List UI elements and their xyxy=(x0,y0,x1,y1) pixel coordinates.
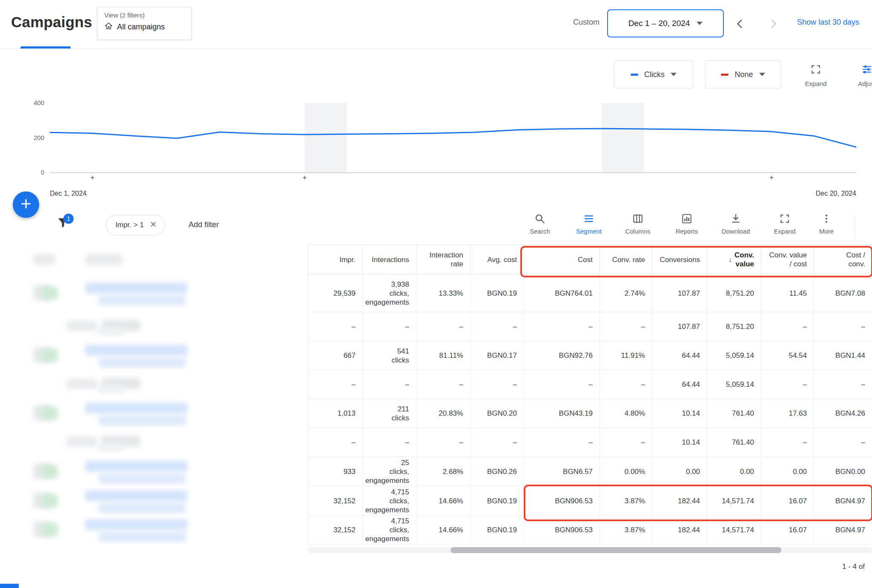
add-filter-button[interactable]: Add filter xyxy=(189,220,219,229)
show-last-30-days-link[interactable]: Show last 30 days xyxy=(797,18,859,27)
table-cell: 4,715 clicks, engagements xyxy=(362,516,416,545)
row-redacted-area xyxy=(0,370,308,399)
close-icon[interactable] xyxy=(150,221,157,229)
table-cell: BGN1.44 xyxy=(814,341,872,370)
table-cell: 107.87 xyxy=(652,312,707,341)
table-toolbar: Search Segment Columns Reports Download … xyxy=(516,212,843,235)
redacted-content xyxy=(66,379,97,389)
table-cell: – xyxy=(761,428,814,457)
horizontal-scrollbar-thumb[interactable] xyxy=(450,547,781,553)
table-cell: – xyxy=(362,312,416,341)
segment-button[interactable]: Segment xyxy=(565,212,612,235)
table-cell: 211 clicks xyxy=(362,399,416,428)
table-cell: 0.00% xyxy=(600,457,652,486)
table-cell: – xyxy=(416,428,470,457)
chart-annotation-icon[interactable] xyxy=(769,175,774,180)
previous-date-range-button[interactable] xyxy=(731,15,749,32)
column-header-label: Conv. value / cost xyxy=(769,251,807,268)
table-row[interactable]: 32,1524,715 clicks, engagements14.66%BGN… xyxy=(0,516,872,545)
column-header-conv-value[interactable]: ↓Conv. value xyxy=(707,245,761,274)
table-cell: 16.07 xyxy=(761,486,814,516)
chevron-down-icon xyxy=(671,73,677,76)
next-date-range-button[interactable] xyxy=(765,15,782,32)
column-header-label: Avg. cost xyxy=(487,255,517,264)
chart-adjust-button[interactable]: Adjust xyxy=(848,64,872,87)
more-vertical-icon xyxy=(810,212,843,225)
table-cell: 14.66% xyxy=(416,516,470,545)
download-icon xyxy=(712,212,759,225)
column-header-impr[interactable]: Impr. xyxy=(308,245,362,274)
columns-icon xyxy=(614,212,661,225)
table-cell: 2.68% xyxy=(416,457,470,486)
date-range-picker[interactable]: Dec 1 – 20, 2024 xyxy=(607,9,724,37)
column-header-cost[interactable]: Cost xyxy=(524,245,600,274)
table-cell: – xyxy=(600,312,652,341)
timeseries-chart[interactable] xyxy=(50,103,856,173)
chart-expand-label: Expand xyxy=(797,80,835,87)
redacted-content xyxy=(97,328,124,335)
table-cell: 1,013 xyxy=(308,399,362,428)
table-row[interactable]: 93325 clicks, engagements2.68%BGN0.26BGN… xyxy=(0,457,872,486)
redacted-content xyxy=(42,523,58,536)
table-row[interactable]: 667541 clicks81.11%BGN0.17BGN92.7611.91%… xyxy=(0,341,872,370)
redacted-content xyxy=(42,287,58,300)
table-cell: BGN906.53 xyxy=(524,486,600,516)
table-cell: – xyxy=(761,370,814,399)
filter-chip[interactable]: Impr. > 1 xyxy=(106,215,165,235)
column-header-conversions[interactable]: Conversions xyxy=(652,245,707,274)
table-row[interactable]: ––––––64.445,059.14–– xyxy=(0,370,872,399)
table-cell: 182.44 xyxy=(652,486,707,516)
column-header-interactions[interactable]: Interactions xyxy=(362,245,416,274)
column-header-interaction-rate[interactable]: Interaction rate xyxy=(416,245,470,274)
table-cell: 64.44 xyxy=(652,341,707,370)
download-button[interactable]: Download xyxy=(712,212,759,235)
table-cell: – xyxy=(814,428,872,457)
chart-expand-button[interactable]: Expand xyxy=(797,64,835,87)
reports-button[interactable]: Reports xyxy=(663,212,710,235)
row-redacted-area xyxy=(0,399,308,428)
table-row[interactable]: 1,013211 clicks20.83%BGN0.20BGN43.194.80… xyxy=(0,399,872,428)
table-cell: 667 xyxy=(308,341,362,370)
secondary-metric-dropdown[interactable]: None xyxy=(705,60,781,88)
view-filters-label: View (2 filters) xyxy=(104,11,184,19)
secondary-metric-label: None xyxy=(734,70,753,79)
table-row[interactable]: 29,5393,938 clicks, engagements13.33%BGN… xyxy=(0,274,872,312)
table-cell: – xyxy=(470,312,524,341)
table-row[interactable]: ––––––107.878,751.20–– xyxy=(0,312,872,341)
primary-metric-dropdown[interactable]: Clicks xyxy=(614,60,693,88)
column-header-label: Conv. rate xyxy=(612,255,645,264)
table-cell: – xyxy=(814,370,872,399)
expand-table-button[interactable]: Expand xyxy=(761,212,808,235)
table-cell: 0.00 xyxy=(652,457,707,486)
chart-annotation-icon[interactable] xyxy=(90,175,95,180)
column-header-avg-cost[interactable]: Avg. cost xyxy=(470,245,524,274)
y-axis-tick-label: 0 xyxy=(26,168,44,176)
column-header-cost-conv[interactable]: Cost / conv. xyxy=(814,245,872,274)
sort-descending-icon: ↓ xyxy=(729,255,732,264)
table-cell: BGN764.01 xyxy=(524,274,600,312)
column-header-conv-value-cost[interactable]: Conv. value / cost xyxy=(761,245,814,274)
table-cell: 54.54 xyxy=(761,341,814,370)
filter-button[interactable]: 1 xyxy=(57,216,75,237)
table-cell: 5,059.14 xyxy=(707,341,761,370)
table-cell: 81.11% xyxy=(416,341,470,370)
table-cell: 13.33% xyxy=(416,274,470,312)
table-cell: 107.87 xyxy=(652,274,707,312)
columns-button[interactable]: Columns xyxy=(614,212,661,235)
view-selector[interactable]: View (2 filters) All campaigns xyxy=(97,7,192,40)
table-cell: BGN906.53 xyxy=(524,516,600,545)
segment-icon xyxy=(565,212,612,225)
new-campaign-button[interactable] xyxy=(13,191,39,218)
more-button[interactable]: More xyxy=(810,212,843,235)
redacted-content xyxy=(66,321,97,331)
table-cell: 2.74% xyxy=(600,274,652,312)
table-cell: BGN6.57 xyxy=(524,457,600,486)
plus-icon xyxy=(19,197,33,212)
redacted-content xyxy=(99,532,186,542)
chart-annotation-icon[interactable] xyxy=(302,175,307,180)
table-row[interactable]: ––––––10.14761.40–– xyxy=(0,428,872,457)
column-header-conv-rate[interactable]: Conv. rate xyxy=(600,245,652,274)
table-row-highlighted[interactable]: 32,1524,715 clicks, engagements14.66%BGN… xyxy=(0,486,872,516)
table-cell: 0.00 xyxy=(761,457,814,486)
search-button[interactable]: Search xyxy=(516,212,563,235)
